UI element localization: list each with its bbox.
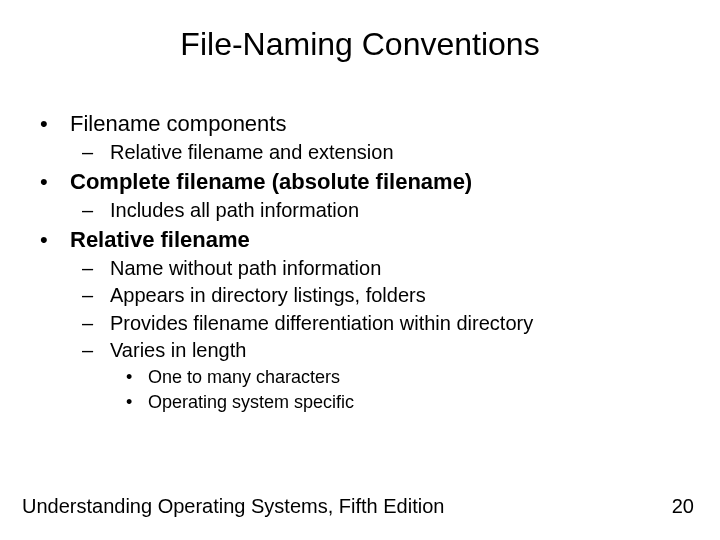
bullet-text: Includes all path information <box>110 198 359 224</box>
bullet-text: Varies in length <box>110 338 246 364</box>
slide-title: File-Naming Conventions <box>0 26 720 63</box>
bullet-dot-icon <box>40 226 70 254</box>
footer-source: Understanding Operating Systems, Fifth E… <box>22 495 444 518</box>
bullet-dot-icon <box>40 110 70 138</box>
bullet-text: Relative filename <box>70 226 250 254</box>
bullet-level2: Varies in length <box>82 338 680 364</box>
slide: File-Naming Conventions Filename compone… <box>0 0 720 540</box>
bullet-dash-icon <box>82 338 110 364</box>
bullet-dot-icon <box>126 366 148 389</box>
bullet-text: Provides filename differentiation within… <box>110 311 533 337</box>
bullet-text: Name without path information <box>110 256 381 282</box>
bullet-level1: Complete filename (absolute filename) <box>40 168 680 196</box>
bullet-dash-icon <box>82 140 110 166</box>
bullet-dash-icon <box>82 256 110 282</box>
bullet-text: Complete filename (absolute filename) <box>70 168 472 196</box>
bullet-text: Appears in directory listings, folders <box>110 283 426 309</box>
bullet-text: Operating system specific <box>148 391 354 414</box>
bullet-level1: Relative filename <box>40 226 680 254</box>
bullet-text: One to many characters <box>148 366 340 389</box>
bullet-text: Filename components <box>70 110 286 138</box>
bullet-level3: Operating system specific <box>126 391 680 414</box>
bullet-dash-icon <box>82 198 110 224</box>
bullet-level2: Relative filename and extension <box>82 140 680 166</box>
bullet-level1: Filename components <box>40 110 680 138</box>
bullet-level2: Appears in directory listings, folders <box>82 283 680 309</box>
bullet-dot-icon <box>126 391 148 414</box>
bullet-dash-icon <box>82 283 110 309</box>
page-number: 20 <box>672 495 694 518</box>
slide-body: Filename components Relative filename an… <box>40 108 680 414</box>
bullet-level2: Includes all path information <box>82 198 680 224</box>
bullet-level2: Name without path information <box>82 256 680 282</box>
bullet-dot-icon <box>40 168 70 196</box>
bullet-level2: Provides filename differentiation within… <box>82 311 680 337</box>
bullet-level3: One to many characters <box>126 366 680 389</box>
bullet-text: Relative filename and extension <box>110 140 394 166</box>
bullet-dash-icon <box>82 311 110 337</box>
